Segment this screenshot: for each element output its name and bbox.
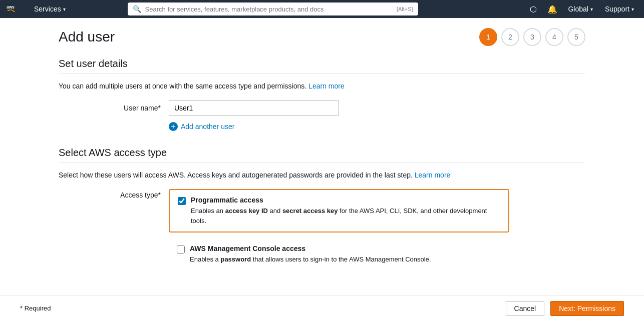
page-title: Add user [59,29,115,45]
access-key-id-bold: access key ID [225,207,268,214]
aws-logo: aws [6,4,22,14]
stepper: 1 2 3 4 5 [479,28,585,46]
search-icon: 🔍 [133,5,141,13]
select-access-type-section: Select AWS access type Select how these … [59,147,585,272]
services-button[interactable]: Services ▾ [30,3,70,15]
programmatic-access-desc: Enables an access key ID and secret acce… [191,206,500,226]
learn-more-link-2[interactable]: Learn more [415,171,451,179]
page-header: Add user 1 2 3 4 5 [59,28,585,46]
search-input[interactable] [145,6,393,13]
support-chevron-icon: ▾ [631,6,634,12]
console-access-desc: Enables a password that allows users to … [190,254,501,264]
programmatic-access-row: Programmatic access Enables an access ke… [178,196,500,226]
nav-bar: aws Services ▾ 🔍 [Alt+S] ⬡ 🔔 Global ▾ Su… [0,0,644,18]
password-bold: password [220,256,251,263]
programmatic-access-checkbox[interactable] [178,197,186,205]
plus-circle-icon: + [169,122,178,131]
set-user-details-section: Set user details You can add multiple us… [59,58,585,131]
set-user-details-desc-text: You can add multiple users at once with … [59,82,306,90]
select-access-type-title: Select AWS access type [59,147,585,158]
global-chevron-icon: ▾ [590,6,593,12]
footer-bar: * Required Cancel Next: Permissions [0,295,644,321]
search-shortcut: [Alt+S] [397,6,413,12]
console-access-row: AWS Management Console access Enables a … [177,244,501,264]
console-access-option: AWS Management Console access Enables a … [169,238,509,270]
access-options-wrapper: Access type* Programmatic access Enables… [59,189,585,272]
search-bar: 🔍 [Alt+S] [128,2,418,16]
cancel-button[interactable]: Cancel [506,301,545,316]
svg-text:aws: aws [7,4,15,10]
add-another-user-row: + Add another user [129,122,585,131]
support-button[interactable]: Support ▾ [601,3,638,15]
services-chevron-icon: ▾ [63,6,66,12]
page-wrapper: Add user 1 2 3 4 5 Set user details You … [47,18,597,282]
bell-icon-button[interactable]: 🔔 [545,2,560,16]
console-access-checkbox[interactable] [177,246,185,254]
username-input[interactable] [169,100,339,116]
step-2[interactable]: 2 [501,28,519,46]
programmatic-access-title: Programmatic access [191,196,500,204]
access-options-box: Programmatic access Enables an access ke… [169,189,509,272]
step-1[interactable]: 1 [479,28,497,46]
add-another-user-label: Add another user [181,122,234,130]
next-permissions-button[interactable]: Next: Permissions [550,301,624,316]
terminal-icon: ⬡ [530,4,537,14]
select-access-type-desc-text: Select how these users will access AWS. … [59,171,413,179]
select-access-type-desc: Select how these users will access AWS. … [59,171,585,179]
username-row: User name* [59,100,585,116]
console-access-content: AWS Management Console access Enables a … [190,244,501,264]
console-access-title: AWS Management Console access [190,244,501,252]
global-button[interactable]: Global ▾ [564,3,596,15]
step-4[interactable]: 4 [545,28,563,46]
learn-more-link-1[interactable]: Learn more [308,82,345,90]
terminal-icon-button[interactable]: ⬡ [526,2,541,16]
bell-icon: 🔔 [547,4,557,14]
global-label: Global [568,5,588,13]
step-3[interactable]: 3 [523,28,541,46]
add-another-user-button[interactable]: + Add another user [169,122,234,131]
step-5[interactable]: 5 [567,28,585,46]
access-options-label-row: Access type* Programmatic access Enables… [99,189,585,272]
required-note: * Required [20,304,51,312]
set-user-details-desc: You can add multiple users at once with … [59,82,585,90]
section-divider-1 [59,74,585,74]
set-user-details-title: Set user details [59,58,585,70]
nav-right: ⬡ 🔔 Global ▾ Support ▾ [526,2,638,16]
secret-access-key-bold: secret access key [282,207,338,214]
programmatic-access-option: Programmatic access Enables an access ke… [169,189,509,232]
footer-actions: Cancel Next: Permissions [506,301,624,316]
access-type-label: Access type* [99,189,169,199]
programmatic-access-content: Programmatic access Enables an access ke… [191,196,500,226]
section-divider-2 [59,162,585,163]
support-label: Support [605,5,629,13]
services-label: Services [34,5,61,13]
username-label: User name* [99,104,169,112]
main-content: Add user 1 2 3 4 5 Set user details You … [0,18,644,321]
